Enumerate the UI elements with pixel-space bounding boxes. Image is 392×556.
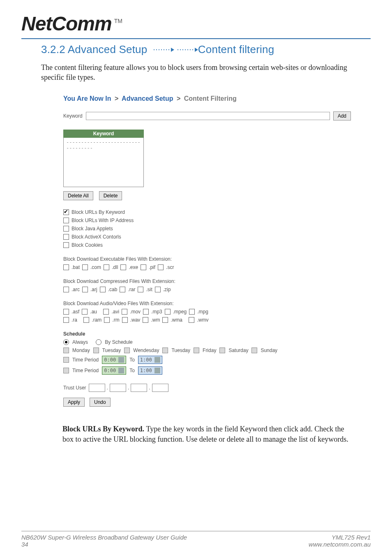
checkbox[interactable] xyxy=(124,348,130,353)
delete-button[interactable]: Delete xyxy=(99,191,122,200)
checkbox[interactable] xyxy=(143,317,148,323)
to-label: To xyxy=(129,357,135,363)
checkbox[interactable] xyxy=(63,242,69,248)
av-ext-title: Block Download Audio/Video Files With Ex… xyxy=(63,301,351,306)
section-prefix: 3.2.2 Advanced Setup xyxy=(41,43,150,56)
day-label: Friday xyxy=(203,348,216,353)
top-divider xyxy=(21,38,371,39)
ext-label: .ram xyxy=(92,317,101,323)
radio-by-schedule[interactable] xyxy=(96,339,101,345)
checkbox[interactable] xyxy=(63,264,69,270)
day-label: Tuesday xyxy=(171,348,190,353)
block-option-label: Block ActiveX Contorls xyxy=(71,234,121,240)
keyword-input[interactable] xyxy=(86,112,330,120)
trust-ip-octet[interactable] xyxy=(152,384,168,392)
checkbox[interactable] xyxy=(219,348,225,353)
time-to-select[interactable]: 1:00 xyxy=(138,366,162,375)
ext-label: .wma xyxy=(171,317,182,323)
checkbox[interactable] xyxy=(162,317,168,323)
block-option-label: Block Java Applets xyxy=(71,226,113,232)
checkbox[interactable] xyxy=(63,368,69,373)
undo-button[interactable]: Undo xyxy=(90,398,111,407)
checkbox[interactable] xyxy=(120,287,125,292)
exec-ext-title: Block Download Executable Files With Ext… xyxy=(63,256,351,262)
day-label: Wendesday xyxy=(133,348,159,353)
checkbox[interactable] xyxy=(100,287,106,292)
time-from-select[interactable]: 0:00 xyxy=(102,356,126,364)
crumb-prefix: You Are Now In xyxy=(63,95,111,102)
checkbox[interactable] xyxy=(158,264,164,270)
checkbox[interactable] xyxy=(63,226,69,232)
chevron-down-icon xyxy=(154,368,160,373)
chevron-right-icon: > xyxy=(115,95,118,102)
checkbox[interactable] xyxy=(63,309,69,315)
body-paragraph: Block URLs By Keyword. Type the key word… xyxy=(62,424,349,445)
checkbox[interactable] xyxy=(155,287,161,292)
block-option-label: Block URLs By Keyword xyxy=(71,209,125,215)
time-value: 1:00 xyxy=(140,368,152,373)
footer-page-number: 34 xyxy=(21,541,187,548)
checkbox[interactable] xyxy=(104,264,109,270)
checkbox[interactable] xyxy=(63,218,69,223)
trust-ip-octet[interactable] xyxy=(131,384,147,392)
time-to-select[interactable]: 1:00 xyxy=(138,356,162,364)
checkbox[interactable] xyxy=(138,287,143,292)
checkbox[interactable] xyxy=(93,348,99,353)
checkbox[interactable] xyxy=(63,209,69,215)
checkbox[interactable] xyxy=(189,317,194,323)
checkbox[interactable] xyxy=(63,348,69,353)
checkbox[interactable] xyxy=(162,348,168,353)
radio-always[interactable] xyxy=(63,339,69,345)
ext-label: .com xyxy=(90,264,101,270)
checkbox[interactable] xyxy=(63,234,69,240)
time-value: 1:00 xyxy=(140,357,152,363)
keyword-listbox[interactable]: ---------------------------------- xyxy=(63,138,144,187)
comp-ext-title: Block Download Compressed Files With Ext… xyxy=(63,278,351,284)
ext-label: .mpg xyxy=(197,309,208,315)
ext-label: .scr xyxy=(166,264,174,270)
page-footer: NB620W Super-G Wireless Broadband Gatewa… xyxy=(21,531,371,548)
add-button[interactable]: Add xyxy=(333,111,351,120)
checkbox[interactable] xyxy=(143,309,149,315)
apply-button[interactable]: Apply xyxy=(63,398,85,407)
ext-label: .bat xyxy=(71,264,80,270)
checkbox[interactable] xyxy=(122,309,127,315)
checkbox[interactable] xyxy=(189,309,195,315)
ext-label: .sit xyxy=(146,287,152,292)
block-option-label: Block URLs With IP Address xyxy=(71,218,134,223)
checkbox[interactable] xyxy=(104,317,110,323)
ext-label: .cab xyxy=(108,287,118,292)
section-suffix: Content filtering xyxy=(198,43,274,56)
checkbox[interactable] xyxy=(194,348,199,353)
day-label: Monday xyxy=(72,348,90,353)
checkbox[interactable] xyxy=(165,309,171,315)
checkbox[interactable] xyxy=(63,357,69,363)
footer-rev: YML725 Rev1 xyxy=(309,534,371,541)
ext-label: .mpeg xyxy=(173,309,187,315)
ext-label: .arj xyxy=(90,287,97,292)
block-option-label: Block Cookies xyxy=(71,242,103,248)
dot-sep: . xyxy=(128,385,129,391)
trust-ip-octet[interactable] xyxy=(110,384,126,392)
checkbox[interactable] xyxy=(63,317,69,323)
checkbox[interactable] xyxy=(63,287,69,292)
checkbox[interactable] xyxy=(122,317,128,323)
intro-paragraph: The content filtering feature allows you… xyxy=(41,63,371,83)
trust-ip-octet[interactable] xyxy=(89,384,105,392)
checkbox[interactable] xyxy=(82,287,88,292)
checkbox[interactable] xyxy=(82,264,88,270)
arrow-dots-icon xyxy=(177,48,196,52)
time-from-select[interactable]: 0:00 xyxy=(102,366,126,375)
checkbox[interactable] xyxy=(103,309,109,315)
checkbox[interactable] xyxy=(82,309,88,315)
delete-all-button[interactable]: Delete All xyxy=(63,191,93,200)
checkbox[interactable] xyxy=(141,264,146,270)
checkbox[interactable] xyxy=(83,317,89,323)
chevron-down-icon xyxy=(118,368,124,373)
dot-sep: . xyxy=(149,385,150,391)
chevron-down-icon xyxy=(118,357,124,363)
checkbox[interactable] xyxy=(120,264,126,270)
ext-label: .ra xyxy=(71,317,77,323)
section-heading: 3.2.2 Advanced Setup Content filtering xyxy=(41,43,371,56)
checkbox[interactable] xyxy=(251,348,257,353)
